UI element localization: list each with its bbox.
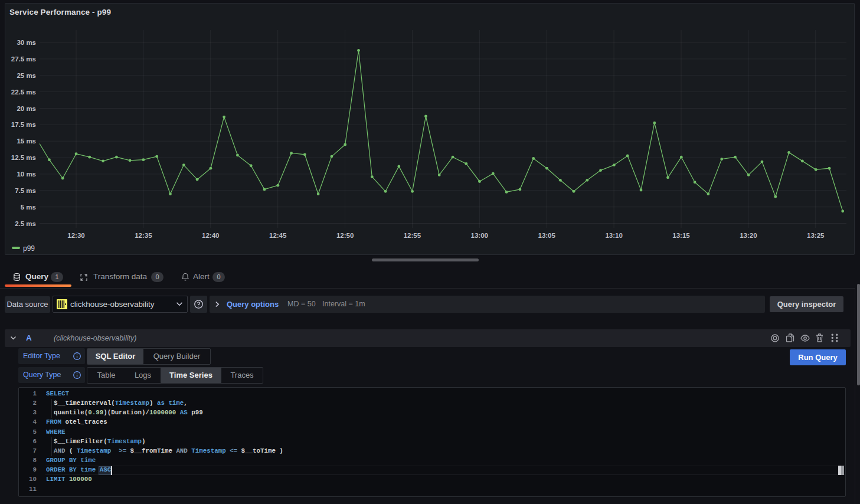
svg-text:30 ms: 30 ms [17, 39, 36, 46]
svg-text:12.5 ms: 12.5 ms [11, 154, 36, 161]
svg-text:10 ms: 10 ms [17, 171, 36, 178]
svg-text:13:05: 13:05 [538, 232, 555, 239]
svg-text:17.5 ms: 17.5 ms [11, 121, 36, 128]
svg-text:12:55: 12:55 [404, 232, 421, 239]
svg-text:13:15: 13:15 [672, 232, 690, 239]
svg-text:12:40: 12:40 [202, 232, 219, 239]
svg-text:2.5 ms: 2.5 ms [15, 220, 36, 227]
svg-text:12:35: 12:35 [135, 232, 152, 239]
svg-text:12:45: 12:45 [269, 232, 287, 239]
svg-text:7.5 ms: 7.5 ms [15, 187, 36, 194]
svg-text:5 ms: 5 ms [21, 204, 36, 211]
svg-text:25 ms: 25 ms [17, 72, 36, 79]
svg-text:27.5 ms: 27.5 ms [11, 55, 36, 63]
svg-text:p99: p99 [23, 244, 35, 253]
svg-text:20 ms: 20 ms [17, 105, 36, 112]
svg-text:13:00: 13:00 [471, 232, 488, 239]
svg-text:15 ms: 15 ms [17, 138, 36, 145]
svg-text:13:25: 13:25 [807, 232, 825, 239]
svg-text:12:50: 12:50 [336, 232, 354, 239]
svg-text:13:20: 13:20 [740, 232, 757, 239]
svg-text:22.5 ms: 22.5 ms [11, 89, 36, 96]
svg-text:13:10: 13:10 [605, 232, 622, 239]
svg-text:12:30: 12:30 [67, 232, 84, 239]
